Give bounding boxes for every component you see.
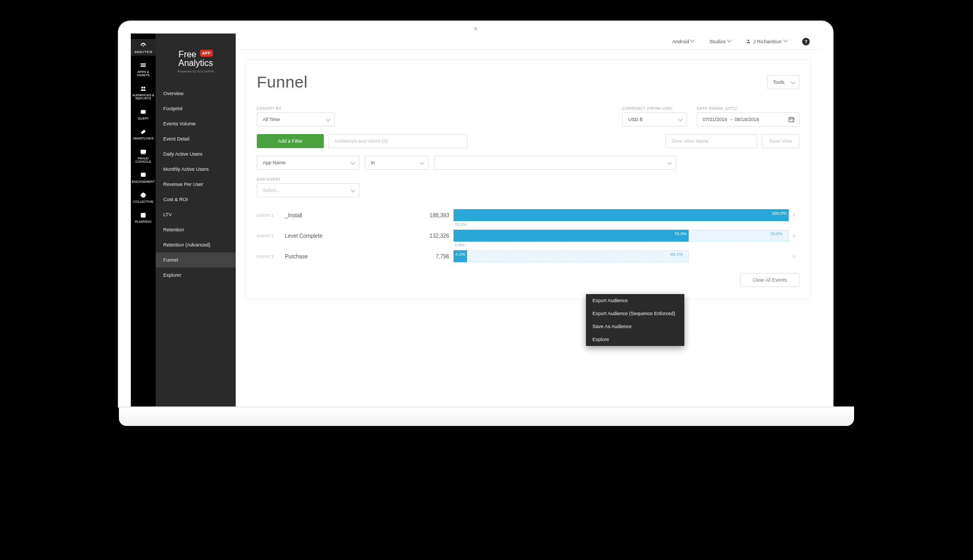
event-name: Level Complete xyxy=(285,233,420,239)
rail-item-collective[interactable]: COLLECTIVE xyxy=(131,189,156,205)
currency-select[interactable]: USD $ xyxy=(622,112,687,126)
workspace-label: Studios xyxy=(709,39,725,44)
workspace-selector[interactable]: Studios xyxy=(709,39,732,44)
audiences-views-input[interactable]: Audiences and Views (0) xyxy=(328,134,468,148)
event-name: _Install xyxy=(285,212,420,218)
person-icon xyxy=(746,39,751,44)
brand-word-analytics: Analytics xyxy=(156,58,236,68)
brand-logo: Free APP Analytics Powered by KOCHAVA xyxy=(156,50,236,86)
brand-badge-app: APP xyxy=(200,50,213,57)
event-count: 132,326 xyxy=(420,233,454,239)
svg-rect-23 xyxy=(789,118,794,122)
help-icon[interactable]: ? xyxy=(802,38,810,45)
svg-rect-6 xyxy=(141,110,145,114)
sidebar-item-cost-roi[interactable]: Cost & ROI xyxy=(156,192,236,207)
funnel-row[interactable]: EVENT 1_Install188,393100.0%× xyxy=(257,209,799,221)
funnel-context-menu: Export AudienceExport Audience (Sequence… xyxy=(586,294,684,346)
currency-label: CURRENCY (FROM USD) xyxy=(622,106,687,110)
svg-rect-3 xyxy=(141,66,146,67)
brand-powered-by: Powered by KOCHAVA xyxy=(156,70,236,73)
svg-point-22 xyxy=(748,39,749,41)
save-view-name-input[interactable]: Save View Name xyxy=(665,134,757,148)
chevron-down-icon xyxy=(728,39,732,44)
funnel-chart: EVENT 1_Install188,393100.0%×70.2%EVENT … xyxy=(257,209,799,262)
user-name: J Richardson xyxy=(753,39,782,44)
save-view-button[interactable]: Save View xyxy=(762,134,799,148)
page-title: Funnel xyxy=(257,73,308,91)
rail-item-query[interactable]: QUERY xyxy=(131,105,156,122)
sidebar: Free APP Analytics Powered by KOCHAVA Ov… xyxy=(156,34,236,406)
calendar-icon xyxy=(788,116,795,123)
context-menu-item-export-audience-sequence-enforced-[interactable]: Export Audience (Sequence Enforced) xyxy=(586,307,684,320)
svg-rect-9 xyxy=(141,173,145,177)
sidebar-item-monthly-active-users[interactable]: Monthly Active Users xyxy=(156,162,236,177)
svg-rect-1 xyxy=(141,64,146,64)
chevron-down-icon xyxy=(691,39,695,44)
chevron-down-icon xyxy=(784,39,788,44)
svg-point-5 xyxy=(144,87,145,89)
platform-label: Android xyxy=(672,39,689,44)
filter-operator-select[interactable]: In xyxy=(365,156,429,170)
sidebar-item-ltv[interactable]: LTV xyxy=(156,207,236,222)
filter-value-select[interactable] xyxy=(434,156,676,170)
sidebar-item-daily-active-users[interactable]: Daily Active Users xyxy=(156,146,236,162)
svg-point-4 xyxy=(142,87,143,89)
date-range-picker[interactable]: 07/21/2019 → 08/19/2019 xyxy=(697,112,799,126)
context-menu-item-export-audience[interactable]: Export Audience xyxy=(586,294,684,307)
svg-rect-2 xyxy=(141,65,146,65)
svg-point-0 xyxy=(143,45,144,46)
tools-dropdown[interactable]: Tools xyxy=(767,75,799,89)
funnel-bar: 4.1%66.1% xyxy=(454,250,789,262)
add-filter-button[interactable]: Add a Filter xyxy=(257,134,324,148)
rail-item-analytics[interactable]: ANALYTICS xyxy=(131,39,156,56)
filter-dimension-select[interactable]: App Name xyxy=(257,156,359,170)
event-index: EVENT 2 xyxy=(257,234,285,238)
funnel-bar: 70.2%29.8% xyxy=(454,230,789,242)
platform-selector[interactable]: Android xyxy=(672,39,695,44)
sidebar-item-funnel[interactable]: Funnel xyxy=(156,252,236,268)
event-index: EVENT 3 xyxy=(257,255,285,258)
app-shell: ANALYTICSAPPS & ASSETSAUDIENCES & REPORT… xyxy=(131,34,821,406)
topbar: Android Studios J Richardson ? xyxy=(236,34,821,50)
content-panel: Funnel Tools COHORT BY All Time CURRENCY… xyxy=(245,59,811,299)
context-menu-item-save-as-audience[interactable]: Save As Audience xyxy=(586,320,684,333)
add-event-select[interactable]: Select... xyxy=(257,183,359,197)
remove-event-button[interactable]: × xyxy=(789,212,799,218)
sidebar-item-footprint[interactable]: Footprint xyxy=(156,101,236,116)
event-index: EVENT 1 xyxy=(257,214,285,217)
sidebar-nav: OverviewFootprintEvents VolumeEvent Deta… xyxy=(156,86,236,283)
rail-item-planning[interactable]: PLANNING xyxy=(131,209,156,225)
sidebar-item-event-detail[interactable]: Event Detail xyxy=(156,131,236,146)
event-count: 7,796 xyxy=(420,254,454,259)
date-range-label: DATE RANGE (UTC) xyxy=(697,106,799,110)
remove-event-button[interactable]: × xyxy=(789,253,799,259)
sidebar-item-retention-advanced-[interactable]: Retention (Advanced) xyxy=(156,237,236,252)
icon-rail: ANALYTICSAPPS & ASSETSAUDIENCES & REPORT… xyxy=(131,34,156,406)
cohort-by-label: COHORT BY xyxy=(257,106,335,110)
sidebar-item-overview[interactable]: Overview xyxy=(156,86,236,101)
funnel-row[interactable]: EVENT 3Purchase7,7964.1%66.1%× xyxy=(257,250,799,262)
event-count: 188,393 xyxy=(420,212,454,218)
rail-item-fraud-console[interactable]: FRAUD CONSOLE xyxy=(131,145,156,165)
rail-item-engagement[interactable]: ENGAGEMENT xyxy=(131,169,156,185)
remove-event-button[interactable]: × xyxy=(789,232,799,239)
svg-point-13 xyxy=(141,193,145,197)
funnel-dropoff-label: 70.2% xyxy=(454,222,799,230)
context-menu-item-explore[interactable]: Explore xyxy=(586,333,684,346)
event-name: Purchase xyxy=(285,254,420,259)
add-event-label: ADD EVENT xyxy=(257,177,799,181)
sidebar-item-explorer[interactable]: Explorer xyxy=(156,268,236,283)
rail-item-audiences-reports[interactable]: AUDIENCES & REPORTS xyxy=(131,82,156,102)
funnel-row[interactable]: EVENT 2Level Complete132,32670.2%29.8%× xyxy=(257,230,799,242)
sidebar-item-revenue-per-user[interactable]: Revenue Per User xyxy=(156,177,236,192)
sidebar-item-retention[interactable]: Retention xyxy=(156,222,236,237)
svg-rect-18 xyxy=(141,214,145,218)
main-area: Android Studios J Richardson ? Funnel To… xyxy=(236,34,821,406)
funnel-dropoff-label: 5.9% xyxy=(454,243,799,250)
sidebar-item-events-volume[interactable]: Events Volume xyxy=(156,116,236,131)
user-menu[interactable]: J Richardson xyxy=(746,39,788,44)
clear-all-events-button[interactable]: Clear All Events xyxy=(740,273,799,287)
rail-item-smartlinks[interactable]: SMARTLINKS xyxy=(131,125,156,142)
rail-item-apps-assets[interactable]: APPS & ASSETS xyxy=(131,59,156,79)
cohort-by-select[interactable]: All Time xyxy=(257,112,335,126)
